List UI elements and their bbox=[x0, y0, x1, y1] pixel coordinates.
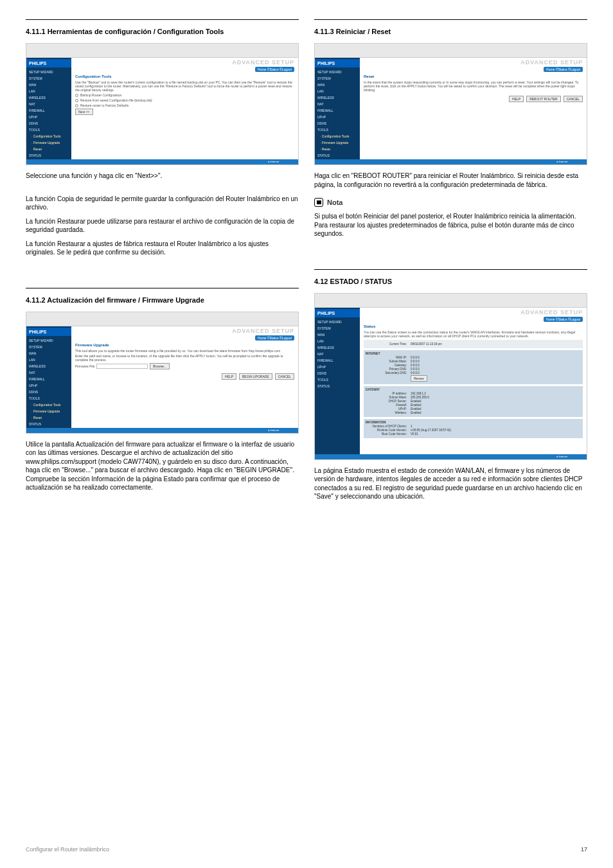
brand-logo: PHILIPS bbox=[26, 328, 71, 336]
help-button[interactable]: HELP bbox=[222, 373, 236, 380]
sidebar-item[interactable]: UPnP bbox=[26, 114, 71, 120]
sidebar-item[interactable]: SETUP WIZARD bbox=[315, 69, 360, 75]
sidebar-sub-item[interactable]: · Firmware Upgrade bbox=[315, 139, 360, 146]
cancel-button[interactable]: CANCEL bbox=[564, 96, 583, 102]
sidebar-item[interactable]: WIRELESS bbox=[315, 344, 360, 351]
sidebar-item[interactable]: WAN bbox=[315, 82, 360, 88]
sidebar-sub-item[interactable]: · Configuration Tools bbox=[315, 133, 360, 139]
sidebar-item[interactable]: FIREWALL bbox=[315, 357, 360, 364]
panel-title: Firmware Upgrade bbox=[75, 343, 294, 347]
sidebar-item[interactable]: SYSTEM bbox=[315, 75, 360, 82]
sidebar-sub-item[interactable]: · Reset bbox=[26, 414, 71, 421]
kv-label: Boot Code Version: bbox=[366, 432, 411, 436]
sidebar-item[interactable]: SYSTEM bbox=[26, 344, 71, 350]
kv-label: Gateway: bbox=[366, 364, 411, 367]
sidebar-item[interactable]: WAN bbox=[315, 332, 360, 338]
sidebar-item[interactable]: TOOLS bbox=[315, 376, 360, 383]
radio-label: Restore router to Factory Defaults bbox=[80, 103, 129, 107]
sidebar-item[interactable]: SETUP WIZARD bbox=[26, 69, 71, 75]
kv-label: Wireless: bbox=[366, 411, 411, 414]
sidebar-sub-item[interactable]: · Reset bbox=[26, 146, 71, 152]
sidebar-item[interactable]: LAN bbox=[26, 88, 71, 94]
cancel-button[interactable]: CANCEL bbox=[275, 373, 294, 380]
radio-label: Restore from saved Configuration file (b… bbox=[80, 98, 152, 102]
sidebar-item[interactable]: STATUS bbox=[315, 383, 360, 389]
screenshot-footer: ● Internet bbox=[315, 454, 587, 459]
sidebar-item[interactable]: TOOLS bbox=[315, 127, 360, 133]
sidebar-item[interactable]: WAN bbox=[26, 82, 71, 88]
help-button[interactable]: HELP bbox=[509, 96, 524, 102]
sidebar-item[interactable]: SYSTEM bbox=[26, 75, 71, 82]
sidebar-item[interactable]: NAT bbox=[315, 101, 360, 107]
top-nav-pill[interactable]: Home ©Status ©Logout bbox=[544, 67, 583, 72]
field-label: Firmware File bbox=[75, 364, 94, 368]
sidebar-item[interactable]: SETUP WIZARD bbox=[315, 319, 360, 325]
kv-value: 0.0.0.0 bbox=[411, 371, 420, 375]
sidebar-item[interactable]: FIREWALL bbox=[315, 107, 360, 114]
footer-left: Configurar el Router Inalámbrico bbox=[26, 846, 109, 853]
kv-value: 255.255.255.0 bbox=[411, 396, 429, 399]
sidebar-item[interactable]: LAN bbox=[315, 88, 360, 94]
top-nav-pill[interactable]: Home ©Status ©Logout bbox=[255, 335, 294, 341]
sidebar-item[interactable]: UPnP bbox=[315, 364, 360, 370]
next-button[interactable]: Next >> bbox=[75, 109, 93, 115]
renew-button[interactable]: Renew bbox=[411, 375, 427, 382]
screenshot-reset: PHILIPS SETUP WIZARD SYSTEM WAN LAN WIRE… bbox=[314, 43, 587, 165]
sidebar-item[interactable]: SETUP WIZARD bbox=[26, 337, 71, 344]
kv-value: v.00.05 (Aug 17 2007 18:57:42) bbox=[411, 429, 451, 432]
sidebar-item[interactable]: FIREWALL bbox=[26, 107, 71, 114]
panel-title: Status bbox=[364, 324, 583, 328]
sidebar-sub-item[interactable]: · Firmware Upgrade bbox=[26, 408, 71, 414]
kv-value: Enabled bbox=[411, 403, 422, 407]
sidebar-item[interactable]: WIRELESS bbox=[26, 94, 71, 101]
sidebar-item[interactable]: NAT bbox=[26, 369, 71, 376]
sidebar-item[interactable]: LAN bbox=[26, 357, 71, 363]
sidebar-sub-item[interactable]: · Configuration Tools bbox=[26, 402, 71, 408]
top-nav-pill[interactable]: Home ©Status ©Logout bbox=[544, 317, 583, 322]
block-header: GATEWAY bbox=[366, 388, 581, 391]
block-header: INFORMATION bbox=[366, 421, 581, 424]
sidebar-item[interactable]: DDNS bbox=[26, 389, 71, 395]
kv-label: Subnet Mask: bbox=[366, 396, 411, 399]
screenshot-footer: ● Internet bbox=[26, 428, 298, 433]
file-input[interactable] bbox=[96, 364, 148, 369]
screenshot-firmware-upgrade: PHILIPS SETUP WIZARD SYSTEM WAN LAN WIRE… bbox=[26, 312, 299, 434]
sidebar-sub-item[interactable]: · Configuration Tools bbox=[26, 133, 71, 139]
sidebar-item[interactable]: LAN bbox=[315, 338, 360, 344]
sidebar-item[interactable]: UPnP bbox=[26, 382, 71, 389]
heading-4-11-3: 4.11.3 Reiniciar / Reset bbox=[314, 28, 587, 35]
sidebar-item[interactable]: WIRELESS bbox=[26, 363, 71, 369]
sidebar-item[interactable]: TOOLS bbox=[26, 127, 71, 133]
sidebar-item[interactable]: TOOLS bbox=[26, 395, 71, 402]
sidebar-item[interactable]: WIRELESS bbox=[315, 94, 360, 101]
para-4-11-1b: La función Restaurar puede utilizarse pa… bbox=[26, 217, 299, 235]
sidebar-item[interactable]: DDNS bbox=[26, 120, 71, 127]
radio-icon[interactable] bbox=[75, 104, 78, 107]
kv-label: IP address: bbox=[366, 392, 411, 395]
sidebar-item[interactable]: DDNS bbox=[315, 120, 360, 127]
reboot-router-button[interactable]: REBOOT ROUTER bbox=[526, 96, 561, 102]
top-nav-pill[interactable]: Home ©Status ©Logout bbox=[255, 67, 294, 72]
sidebar-item[interactable]: SYSTEM bbox=[315, 325, 360, 332]
begin-upgrade-button[interactable]: BEGIN UPGRADE bbox=[239, 373, 272, 380]
sidebar-item[interactable]: WAN bbox=[26, 350, 71, 357]
sidebar-item[interactable]: UPnP bbox=[315, 114, 360, 120]
radio-icon[interactable] bbox=[75, 94, 78, 97]
block-header: INTERNET bbox=[366, 352, 581, 355]
sidebar-item[interactable]: DDNS bbox=[315, 370, 360, 376]
sidebar-item[interactable]: STATUS bbox=[315, 152, 360, 159]
radio-icon[interactable] bbox=[75, 99, 78, 102]
sidebar-sub-item[interactable]: · Reset bbox=[315, 146, 360, 152]
sidebar-item[interactable]: STATUS bbox=[26, 421, 71, 427]
browse-button[interactable]: Browse... bbox=[150, 363, 170, 369]
nota-text: Si pulsa el botón Reiniciar del panel po… bbox=[314, 212, 587, 238]
advanced-label: ADVANCED SETUP bbox=[232, 328, 294, 334]
sidebar-item[interactable]: FIREWALL bbox=[26, 376, 71, 382]
sidebar-item[interactable]: NAT bbox=[26, 101, 71, 107]
advanced-label: ADVANCED SETUP bbox=[232, 59, 294, 66]
sidebar-item[interactable]: NAT bbox=[315, 351, 360, 357]
kv-label: WAN IP: bbox=[366, 356, 411, 359]
sidebar-sub-item[interactable]: · Firmware Upgrade bbox=[26, 139, 71, 146]
nota-label: Nota bbox=[327, 199, 342, 206]
sidebar-item[interactable]: STATUS bbox=[26, 152, 71, 159]
